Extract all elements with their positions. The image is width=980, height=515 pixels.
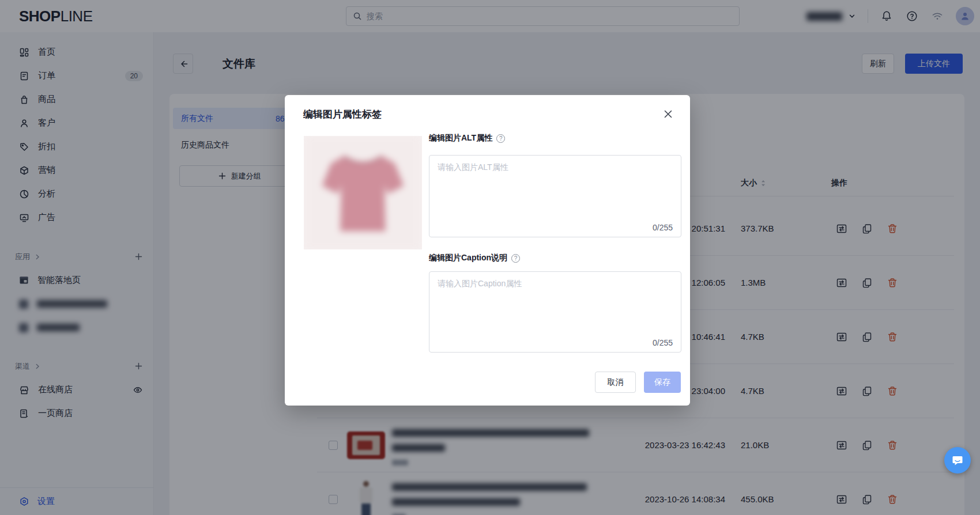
help-icon[interactable]: ?: [511, 254, 520, 263]
chat-bubble-icon: [951, 454, 964, 467]
alt-input[interactable]: [429, 156, 681, 237]
alt-field-label: 编辑图片ALT属性 ?: [429, 133, 505, 143]
caption-textarea-wrap: 0/255: [429, 271, 681, 353]
alt-label-text: 编辑图片ALT属性: [429, 133, 492, 143]
edit-image-attributes-modal: 编辑图片属性标签 编辑图片ALT属性 ? 0/255 编辑图片Caption说明…: [285, 95, 690, 406]
caption-label-text: 编辑图片Caption说明: [429, 253, 507, 263]
close-icon: [663, 109, 673, 119]
chat-widget-button[interactable]: [944, 447, 971, 474]
modal-close-button[interactable]: [661, 107, 675, 121]
app-screen: SHOPLINE: [0, 0, 980, 515]
save-button[interactable]: 保存: [644, 372, 681, 393]
caption-input[interactable]: [429, 272, 681, 352]
help-icon[interactable]: ?: [496, 134, 505, 143]
modal-title: 编辑图片属性标签: [303, 108, 382, 121]
caption-field-label: 编辑图片Caption说明 ?: [429, 253, 520, 263]
alt-char-counter: 0/255: [653, 223, 673, 232]
pink-tshirt-image: [304, 136, 422, 249]
alt-textarea-wrap: 0/255: [429, 155, 681, 237]
image-preview: [304, 136, 422, 249]
caption-char-counter: 0/255: [653, 338, 673, 347]
cancel-button[interactable]: 取消: [595, 372, 636, 393]
